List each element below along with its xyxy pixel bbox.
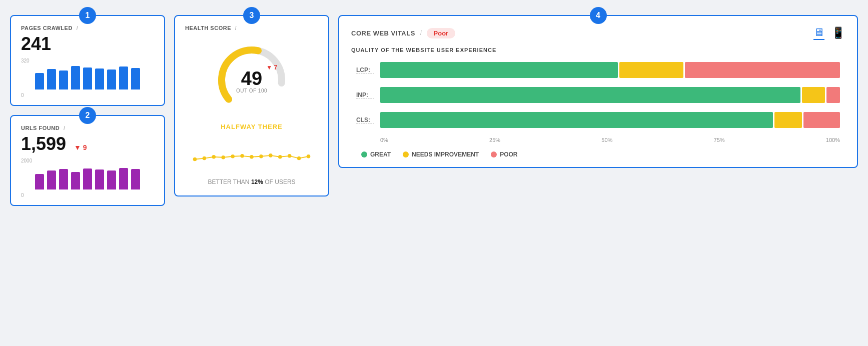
vitals-chart: LCP: INP: CLS: — [351, 62, 845, 158]
cls-bars — [380, 112, 840, 128]
bar — [47, 69, 56, 90]
vitals-title-row: CORE WEB VITALS i Poor — [351, 28, 455, 38]
lcp-row: LCP: — [356, 62, 840, 78]
pages-crawled-bars — [35, 58, 154, 90]
poor-label: POOR — [500, 151, 517, 158]
device-icons: 🖥 📱 — [813, 26, 845, 40]
core-web-vitals-card: 4 CORE WEB VITALS i Poor 🖥 📱 QUALITY OF … — [338, 15, 858, 168]
urls-found-y-top: 2000 — [21, 158, 32, 164]
legend-needs-improvement: NEEDS IMPROVEMENT — [403, 151, 479, 158]
health-score-card: 3 HEALTH SCORE i 49 OUT OF 100 ▼ 7 — [174, 15, 329, 196]
x-label-75: 75% — [714, 137, 725, 143]
bar — [47, 170, 56, 190]
bar — [107, 170, 116, 190]
pages-crawled-info-icon[interactable]: i — [76, 25, 78, 31]
great-label: GREAT — [370, 151, 391, 158]
pages-crawled-title: PAGES CRAWLED i — [21, 25, 154, 31]
bar — [83, 168, 92, 190]
x-label-0: 0% — [380, 137, 388, 143]
urls-found-bars — [35, 158, 154, 190]
gauge-out-of: OUT OF 100 — [236, 88, 267, 94]
svg-point-15 — [307, 154, 311, 158]
urls-found-value: 1,599 ▼ 9 — [21, 135, 154, 153]
bar — [59, 169, 68, 190]
vitals-header: CORE WEB VITALS i Poor 🖥 📱 — [351, 26, 845, 40]
needs-improvement-label: NEEDS IMPROVEMENT — [412, 151, 479, 158]
legend-great: GREAT — [361, 151, 391, 158]
lcp-red — [685, 62, 840, 78]
inp-green — [380, 87, 800, 103]
lcp-label: LCP: — [356, 66, 374, 74]
bar — [83, 68, 92, 90]
svg-point-10 — [259, 154, 263, 158]
sparkline-svg — [190, 140, 313, 170]
vitals-info-icon[interactable]: i — [420, 30, 422, 36]
card-badge-3: 3 — [243, 7, 260, 24]
x-axis: 0% 25% 50% 75% 100% — [380, 137, 840, 143]
great-dot — [361, 152, 367, 158]
inp-red — [826, 87, 840, 103]
bar — [119, 66, 128, 90]
needs-improvement-dot — [403, 152, 409, 158]
mobile-icon[interactable]: 📱 — [831, 26, 845, 40]
pages-crawled-card: 1 PAGES CRAWLED i 241 320 — [10, 15, 165, 106]
inp-row: INP: — [356, 87, 840, 103]
urls-found-y-bottom: 0 — [21, 192, 24, 198]
inp-yellow — [802, 87, 825, 103]
cls-label: CLS: — [356, 116, 374, 124]
urls-found-title: URLS FOUND i — [21, 125, 154, 131]
lcp-green — [380, 62, 618, 78]
left-column: 1 PAGES CRAWLED i 241 320 — [10, 15, 165, 206]
health-delta: ▼ 7 — [266, 64, 277, 71]
lcp-bars — [380, 62, 840, 78]
urls-found-card: 2 URLS FOUND i 1,599 ▼ 9 2000 — [10, 115, 165, 206]
svg-point-7 — [231, 154, 235, 158]
bar — [71, 66, 80, 90]
svg-point-13 — [288, 154, 292, 158]
cls-yellow — [774, 112, 802, 128]
svg-point-14 — [297, 156, 301, 160]
bar — [59, 70, 68, 90]
inp-bars — [380, 87, 840, 103]
bar — [95, 170, 104, 190]
cls-red — [803, 112, 840, 128]
svg-point-11 — [269, 154, 273, 158]
bar — [107, 70, 116, 90]
gauge-score: 49 — [236, 69, 267, 88]
health-score-info-icon[interactable]: i — [235, 25, 237, 31]
svg-point-3 — [193, 158, 197, 162]
better-than-text: BETTER THAN 12% OF USERS — [208, 178, 295, 186]
urls-found-info-icon[interactable]: i — [64, 125, 66, 131]
sparkline-area — [185, 136, 318, 174]
card-badge-2: 2 — [79, 107, 96, 124]
x-label-100: 100% — [826, 137, 840, 143]
pages-crawled-y-top: 320 — [21, 58, 30, 64]
desktop-icon[interactable]: 🖥 — [813, 26, 824, 40]
halfway-text: HALFWAY THERE — [221, 123, 283, 130]
cls-green — [380, 112, 773, 128]
bar — [71, 172, 80, 190]
svg-point-4 — [203, 156, 207, 160]
pages-crawled-value: 241 — [21, 35, 154, 53]
bar — [131, 68, 140, 90]
vitals-subtitle: QUALITY OF THE WEBSITE USER EXPERIENCE — [351, 47, 845, 53]
urls-found-chart: 2000 0 — [21, 158, 154, 198]
svg-point-9 — [250, 155, 254, 159]
svg-point-5 — [212, 155, 216, 159]
bar — [35, 174, 44, 190]
gauge-wrap: 49 OUT OF 100 ▼ 7 — [212, 40, 292, 120]
svg-point-2 — [249, 48, 254, 54]
svg-point-6 — [221, 156, 225, 160]
inp-label: INP: — [356, 92, 374, 99]
gauge-center: 49 OUT OF 100 — [236, 69, 267, 94]
bar — [95, 68, 104, 90]
pages-crawled-y-bottom: 0 — [21, 92, 24, 98]
urls-found-delta: ▼ 9 — [74, 144, 87, 152]
poor-badge: Poor — [427, 28, 456, 38]
dashboard: 1 PAGES CRAWLED i 241 320 — [10, 15, 858, 206]
bar — [119, 168, 128, 190]
cls-row: CLS: — [356, 112, 840, 128]
bar — [35, 73, 44, 90]
poor-dot — [491, 152, 497, 158]
lcp-yellow — [619, 62, 683, 78]
